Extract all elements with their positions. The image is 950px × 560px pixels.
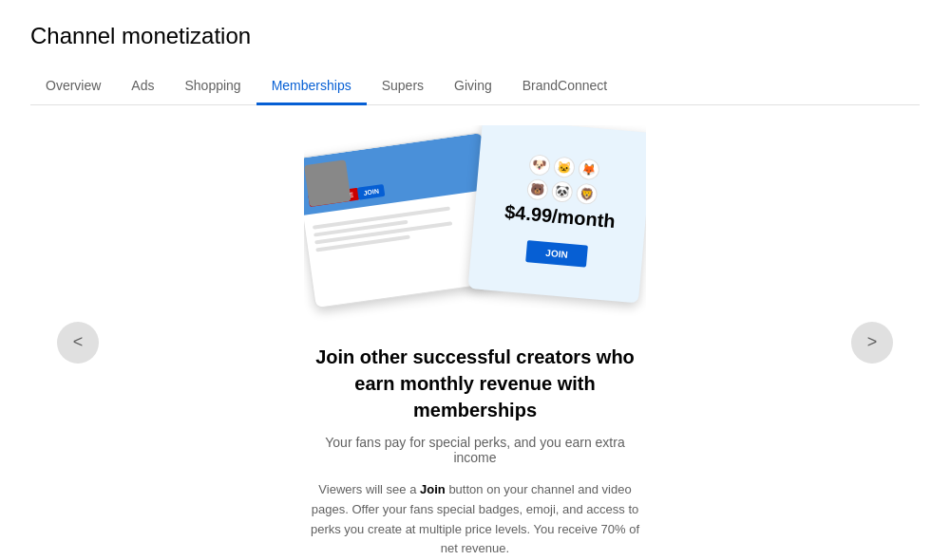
tab-supers[interactable]: Supers <box>367 68 439 105</box>
slide-description-part1: Viewers will see a <box>318 482 420 496</box>
slide-image: SUBSCRIBE JOIN <box>304 125 646 325</box>
tab-ads[interactable]: Ads <box>116 68 169 105</box>
slide-subtitle: Your fans pay for special perks, and you… <box>304 435 646 465</box>
tab-shopping[interactable]: Shopping <box>169 68 256 105</box>
page-container: Channel monetization Overview Ads Shoppi… <box>0 0 950 560</box>
tab-overview[interactable]: Overview <box>30 68 116 105</box>
membership-mockup: SUBSCRIBE JOIN <box>304 125 646 325</box>
tab-memberships[interactable]: Memberships <box>256 68 367 105</box>
prev-button[interactable]: < <box>57 322 99 364</box>
mock-emoji-5: 🐼 <box>551 180 574 203</box>
mock-price: $4.99/month <box>504 201 616 233</box>
page-title: Channel monetization <box>30 23 920 49</box>
carousel-wrapper: < SUBSCRIBE JOIN <box>0 124 950 560</box>
slide-description-join: Join <box>420 482 446 496</box>
content-area: < SUBSCRIBE JOIN <box>0 105 950 560</box>
mock-emoji-6: 🦁 <box>576 182 598 205</box>
header: Channel monetization Overview Ads Shoppi… <box>0 0 950 105</box>
tab-giving[interactable]: Giving <box>439 68 507 105</box>
mock-emoji-2: 🐱 <box>553 156 576 178</box>
slide-content: SUBSCRIBE JOIN <box>190 125 760 559</box>
mock-emoji-4: 🐻 <box>526 178 549 201</box>
mock-join-btn2: JOIN <box>525 240 587 267</box>
next-button[interactable]: > <box>851 322 893 364</box>
tab-brandconnect[interactable]: BrandConnect <box>507 68 623 105</box>
slide-description: Viewers will see a Join button on your c… <box>304 480 646 559</box>
mock-emoji-1: 🐶 <box>528 154 551 177</box>
mock-subscribe-btn: SUBSCRIBE <box>308 188 360 207</box>
slide-headline: Join other successful creators who earn … <box>304 344 646 423</box>
mock-emoji-3: 🦊 <box>578 158 600 180</box>
mock-join-btn: JOIN <box>357 184 386 200</box>
nav-tabs: Overview Ads Shopping Memberships Supers… <box>30 68 920 105</box>
mock-card-right: 🐶 🐱 🦊 🐻 🐼 🦁 $4.99/month JOIN <box>467 125 646 304</box>
mock-emoji-grid: 🐶 🐱 🦊 🐻 🐼 🦁 <box>526 154 600 205</box>
